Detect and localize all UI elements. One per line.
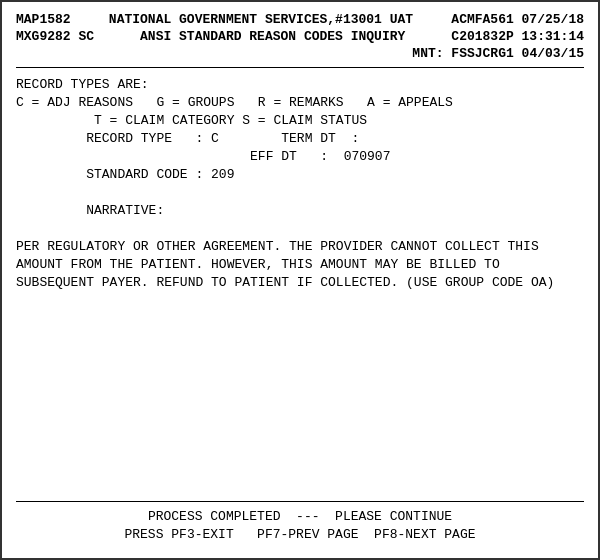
record-types-line: C = ADJ REASONS G = GROUPS R = REMARKS A… bbox=[16, 94, 584, 112]
function-keys: PRESS PF3-EXIT PF7-PREV PAGE PF8-NEXT PA… bbox=[16, 526, 584, 544]
standard-code-line: STANDARD CODE : 209 bbox=[16, 166, 584, 184]
record-type-line: RECORD TYPE : C TERM DT : bbox=[16, 130, 584, 148]
map-id: MAP1582 bbox=[16, 12, 71, 27]
spacer-2 bbox=[16, 220, 584, 238]
terminal-screen: MAP1582 NATIONAL GOVERNMENT SERVICES,#13… bbox=[0, 0, 600, 560]
record-types-label: RECORD TYPES ARE: bbox=[16, 76, 584, 94]
claim-line: T = CLAIM CATEGORY S = CLAIM STATUS bbox=[16, 112, 584, 130]
org-name: NATIONAL GOVERNMENT SERVICES,#13001 UAT bbox=[109, 12, 413, 27]
eff-dt-line: EFF DT : 070907 bbox=[16, 148, 584, 166]
narrative-text-1: PER REGULATORY OR OTHER AGREEMENT. THE P… bbox=[16, 238, 584, 256]
footer-divider bbox=[16, 501, 584, 502]
main-content: RECORD TYPES ARE: C = ADJ REASONS G = GR… bbox=[16, 76, 584, 292]
header-row-3: MNT: FSSJCRG1 04/03/15 bbox=[16, 46, 584, 61]
inquiry-title: ANSI STANDARD REASON CODES INQUIRY bbox=[140, 29, 405, 44]
session-id: ACMFA561 07/25/18 bbox=[451, 12, 584, 27]
narrative-text-2: AMOUNT FROM THE PATIENT. HOWEVER, THIS A… bbox=[16, 256, 584, 274]
header-divider bbox=[16, 67, 584, 68]
process-completed: PROCESS COMPLETED --- PLEASE CONTINUE bbox=[16, 508, 584, 526]
header-row-1: MAP1582 NATIONAL GOVERNMENT SERVICES,#13… bbox=[16, 12, 584, 27]
narrative-text-3: SUBSEQUENT PAYER. REFUND TO PATIENT IF C… bbox=[16, 274, 584, 292]
header-row-2: MXG9282 SC ANSI STANDARD REASON CODES IN… bbox=[16, 29, 584, 44]
mnt-info: MNT: FSSJCRG1 04/03/15 bbox=[412, 46, 584, 61]
transaction-id: C201832P 13:31:14 bbox=[451, 29, 584, 44]
narrative-label: NARRATIVE: bbox=[16, 202, 584, 220]
user-id: MXG9282 SC bbox=[16, 29, 94, 44]
footer: PROCESS COMPLETED --- PLEASE CONTINUE PR… bbox=[16, 495, 584, 544]
spacer-1 bbox=[16, 184, 584, 202]
